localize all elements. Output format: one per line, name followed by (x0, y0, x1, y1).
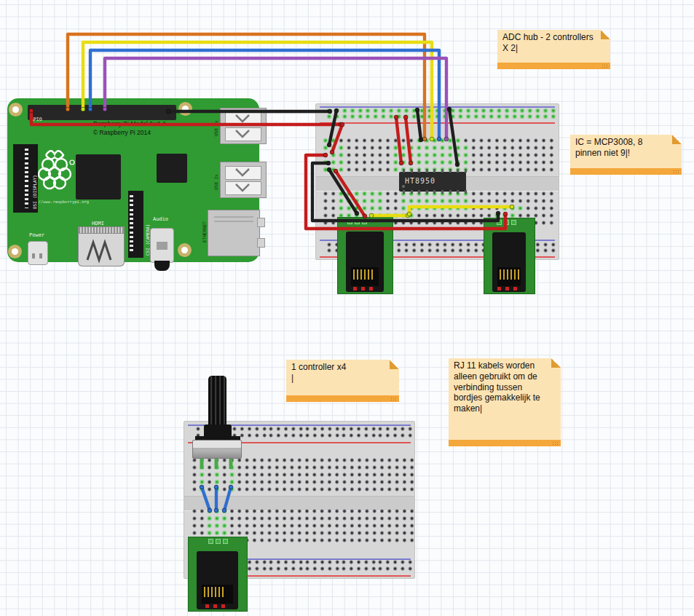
rj11-gold-pin (211, 587, 213, 597)
sticky-note-controller[interactable]: 1 controller x4 | (286, 360, 399, 402)
note-resize-bar[interactable] (570, 168, 682, 175)
note-text[interactable]: RJ 11 kabels worden alleen gebruikt om d… (454, 360, 558, 414)
rj11-red-dot (205, 604, 209, 608)
hdmi-label: HDMI (92, 221, 104, 226)
rj11-gold-pin (353, 269, 355, 280)
usb-port-top (220, 108, 267, 144)
ic-pin (403, 190, 405, 194)
ic-pin (411, 169, 413, 173)
power-label: Power (29, 232, 44, 238)
ic-pin (465, 190, 467, 194)
rj11-gold-pin (371, 269, 373, 280)
ic-pin (418, 190, 420, 194)
rj11-gold-pin (204, 587, 205, 597)
potentiometer-knob-base (204, 425, 232, 441)
ic-pin (441, 169, 443, 173)
ic-pin (433, 190, 435, 194)
ic-pin (449, 169, 452, 173)
ic-pin (441, 190, 443, 194)
potentiometer-body[interactable] (192, 440, 242, 459)
audio-label: Audio (153, 216, 168, 222)
rj11-red-dot (353, 287, 357, 291)
rj11-red-dot (221, 604, 225, 608)
rj11-red-dot (505, 287, 509, 291)
dsi-label: DSI (DISPLAY) (32, 175, 37, 209)
rj11-gold-pin (360, 269, 362, 280)
rj11-gold-pin (500, 269, 501, 280)
rj11-gold-pin (222, 587, 224, 597)
csi-label: CSI (CAMERA) (145, 224, 150, 256)
ic-pin (465, 169, 467, 173)
ic-pin1-dot (402, 185, 405, 188)
note-text[interactable]: 1 controller x4 | (291, 362, 396, 384)
rj11-red-dot (369, 287, 373, 291)
mounting-hole (178, 102, 192, 116)
ic-pin (426, 190, 428, 194)
audio-jack (150, 228, 174, 263)
raspberry-pi-board[interactable]: GPIO Raspberry Pi Model 2 v1.1 © Raspber… (7, 98, 259, 262)
ic-pin (403, 169, 405, 173)
power-rail-blue-line (320, 106, 555, 108)
rj11-pad (216, 539, 221, 544)
rj11-gold-pin (368, 269, 369, 280)
gpio-header[interactable] (28, 105, 176, 120)
rj11-board-2[interactable] (484, 218, 535, 294)
ic-pin (433, 169, 435, 173)
pi-title: Raspberry Pi Model 2 v1.1 (93, 120, 166, 127)
fritzing-canvas: GPIO Raspberry Pi Model 2 v1.1 © Raspber… (0, 0, 694, 616)
note-resize-bar[interactable] (286, 395, 399, 402)
note-text[interactable]: ADC hub - 2 controllers X 2| (502, 32, 607, 54)
rj11-pad (347, 219, 352, 224)
note-resize-bar[interactable] (497, 63, 610, 69)
rj11-pad (208, 539, 213, 544)
rj11-gold-pin (215, 587, 216, 597)
rj11-board-3[interactable] (188, 537, 248, 612)
rj11-gold-pin (208, 587, 209, 597)
ethernet-label: ETHERNET (202, 221, 207, 242)
gpio-label: GPIO (31, 117, 42, 122)
ic-pin (457, 190, 459, 194)
raspberry-pi-logo (35, 146, 76, 191)
rj11-pad (504, 220, 509, 225)
rj11-slot (202, 585, 233, 604)
ic-pin (418, 169, 420, 173)
usb-controller-chip (157, 154, 187, 183)
rj11-pad (223, 539, 228, 544)
note-text[interactable]: IC = MCP3008, 8 pinnen niet 9|! (575, 137, 679, 159)
rj11-gold-pin (507, 269, 508, 280)
power-micro-usb (28, 241, 48, 265)
hdmi-port (78, 226, 125, 267)
ic-pin (457, 169, 459, 173)
rj11-board-1[interactable] (337, 217, 393, 294)
ethernet-port (208, 210, 260, 256)
rj11-red-dot (497, 287, 501, 291)
power-rail-red-line (320, 122, 555, 124)
sticky-note-ic[interactable]: IC = MCP3008, 8 pinnen niet 9|! (570, 135, 682, 175)
ic-pin (426, 169, 428, 173)
rj11-red-dot (213, 604, 217, 608)
rj11-red-dot (361, 287, 365, 291)
rj11-pad (362, 219, 367, 224)
sticky-note-adc-hub[interactable]: ADC hub - 2 controllers X 2| (497, 30, 610, 69)
sticky-note-rj11[interactable]: RJ 11 kabels worden alleen gebruikt om d… (449, 358, 561, 446)
rj11-pad (511, 220, 516, 225)
ic-chip-label: HT8950 (405, 177, 435, 185)
rj11-gold-pin (364, 269, 366, 280)
mounting-hole (8, 245, 22, 258)
rj11-gold-pin (503, 269, 505, 280)
breadboard-center-channel (184, 496, 414, 511)
ic-pin (411, 190, 413, 194)
mounting-hole (9, 103, 23, 117)
note-resize-bar[interactable] (449, 440, 561, 446)
usb-bottom-label: USB 2x (213, 174, 218, 190)
potentiometer-shaft[interactable] (208, 376, 226, 427)
rj11-gold-pin (510, 269, 512, 280)
usb-port-bottom (220, 162, 267, 198)
soc-chip (76, 154, 121, 200)
rj11-gold-pin (218, 587, 220, 597)
ic-chip[interactable]: HT8950 (399, 172, 466, 191)
mounting-hole (178, 243, 192, 257)
ic-pin (449, 190, 452, 194)
rj11-gold-pin (518, 269, 519, 280)
rj11-gold-pin (514, 269, 516, 280)
